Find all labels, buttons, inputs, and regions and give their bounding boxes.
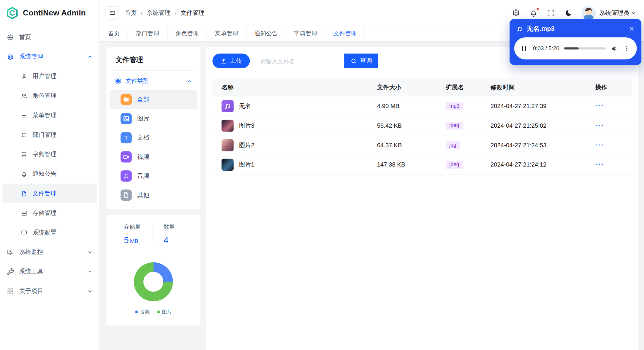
upload-icon bbox=[220, 58, 227, 64]
sidebar-item-home[interactable]: 首页 bbox=[0, 27, 99, 47]
file-size: 147.38 KB bbox=[377, 161, 446, 168]
sidebar-submenu: 用户管理 角色管理 菜单管理 bbox=[0, 66, 99, 242]
user-menu[interactable]: 系统管理员 bbox=[581, 6, 636, 20]
folder-icon bbox=[121, 94, 132, 105]
sidebar-item-role-management[interactable]: 角色管理 bbox=[2, 86, 97, 106]
sidebar-item-label: 字典管理 bbox=[32, 151, 56, 159]
player-menu-button[interactable] bbox=[623, 45, 631, 52]
legend-item-audio[interactable]: 音频 bbox=[135, 308, 150, 316]
player-title: 无名.mp3 bbox=[527, 25, 555, 33]
file-type-label: 音频 bbox=[137, 172, 149, 180]
storage-number: 5 bbox=[124, 235, 129, 245]
file-type-item-videos[interactable]: 视频 bbox=[110, 147, 197, 166]
wrench-icon bbox=[7, 268, 14, 275]
breadcrumb: 首页 / 系统管理 / 文件管理 bbox=[125, 9, 205, 17]
storage-chart: 音频 图片 bbox=[112, 253, 194, 316]
sidebar-item-about-project[interactable]: 关于项目 bbox=[0, 281, 99, 301]
file-type-item-documents[interactable]: 文档 bbox=[110, 128, 197, 147]
pause-button[interactable] bbox=[520, 44, 528, 53]
file-name: 图片3 bbox=[239, 122, 254, 130]
sidebar-item-label: 角色管理 bbox=[32, 92, 56, 100]
row-actions-button[interactable]: ··· bbox=[595, 141, 605, 148]
table-row[interactable]: 图片2 64.37 KB jpg 2024-04-27 21:24:53 ··· bbox=[212, 135, 632, 155]
player-controls: 0:03 / 5:20 bbox=[514, 37, 637, 59]
collapse-sidebar-button[interactable] bbox=[106, 6, 119, 20]
tab-notice[interactable]: 通知公告 bbox=[246, 26, 286, 41]
upload-button[interactable]: 上传 bbox=[212, 54, 250, 68]
avatar-image bbox=[581, 6, 596, 20]
sidebar-item-system-config[interactable]: 系统配置 bbox=[2, 223, 97, 242]
tab-menu-management[interactable]: 菜单管理 bbox=[207, 26, 246, 41]
topbar-actions: 系统管理员 bbox=[512, 6, 637, 20]
row-actions-button[interactable]: ··· bbox=[595, 122, 605, 129]
table-row[interactable]: 图片3 55.42 KB jpeg 2024-04-27 21:25:02 ··… bbox=[212, 116, 632, 136]
player-progress-bar[interactable] bbox=[564, 47, 606, 49]
search-input[interactable] bbox=[255, 54, 344, 68]
sidebar-item-menu-management[interactable]: 菜单管理 bbox=[2, 106, 97, 125]
file-modified-time: 2024-04-27 21:25:02 bbox=[490, 122, 595, 129]
tab-department-management[interactable]: 部门管理 bbox=[128, 26, 167, 41]
tab-file-management[interactable]: 文件管理 bbox=[325, 26, 365, 41]
file-type-item-all[interactable]: 全部 bbox=[110, 90, 197, 109]
search-icon bbox=[350, 58, 357, 64]
sidebar-item-department-management[interactable]: 部门管理 bbox=[2, 125, 97, 145]
sidebar-item-label: 系统监控 bbox=[19, 248, 43, 256]
file-modified-time: 2024-04-27 21:24:12 bbox=[490, 161, 595, 168]
table-row[interactable]: 无名 4.90 MB mp3 2024-04-27 21:27:39 ··· bbox=[212, 96, 632, 116]
sidebar-item-notice[interactable]: 通知公告 bbox=[2, 164, 97, 184]
document-icon bbox=[121, 132, 132, 143]
file-type-item-images[interactable]: 图片 bbox=[110, 109, 197, 128]
legend-label: 图片 bbox=[162, 308, 172, 316]
brand-title: ContiNew Admin bbox=[23, 8, 86, 18]
player-progress-fill bbox=[564, 47, 579, 49]
file-type-item-other[interactable]: 其他 bbox=[110, 185, 197, 204]
sidebar-item-system-monitor[interactable]: 系统监控 bbox=[0, 242, 99, 262]
query-button[interactable]: 查询 bbox=[344, 54, 378, 68]
row-actions-button[interactable]: ··· bbox=[595, 161, 605, 168]
storage-label: 存储量 bbox=[124, 223, 152, 231]
fullscreen-button[interactable] bbox=[546, 9, 555, 17]
sidebar-item-label: 文件管理 bbox=[32, 189, 56, 197]
tab-dictionary-management[interactable]: 字典管理 bbox=[286, 26, 325, 41]
chevron-up-icon bbox=[87, 54, 93, 59]
sidebar-item-system-management[interactable]: 系统管理 bbox=[0, 47, 99, 66]
tab-home[interactable]: 首页 bbox=[100, 26, 128, 41]
notifications-button[interactable] bbox=[529, 9, 538, 17]
notification-dot bbox=[536, 7, 539, 10]
player-header: 无名.mp3 bbox=[514, 24, 637, 37]
row-actions-button[interactable]: ··· bbox=[595, 102, 605, 109]
fullscreen-icon bbox=[546, 9, 555, 17]
upload-button-label: 上传 bbox=[230, 57, 242, 65]
gear-icon bbox=[512, 9, 520, 17]
brand[interactable]: ContiNew Admin bbox=[0, 0, 99, 26]
file-ext-tag: jpeg bbox=[446, 161, 463, 169]
sidebar-item-dictionary-management[interactable]: 字典管理 bbox=[2, 145, 97, 164]
header-time: 修改时间 bbox=[490, 83, 595, 91]
file-icon bbox=[21, 190, 27, 197]
tab-role-management[interactable]: 角色管理 bbox=[167, 26, 207, 41]
header-actions: 操作 bbox=[595, 83, 632, 91]
breadcrumb-item-system-management[interactable]: 系统管理 bbox=[147, 9, 171, 17]
other-file-icon bbox=[121, 189, 132, 201]
file-type-group[interactable]: 文件类型 bbox=[110, 74, 197, 90]
volume-button[interactable] bbox=[610, 44, 618, 53]
sidebar-item-storage-management[interactable]: 存储管理 bbox=[2, 203, 97, 223]
legend-item-images[interactable]: 图片 bbox=[157, 308, 172, 316]
player-close-button[interactable] bbox=[629, 26, 635, 32]
sidebar-item-file-management[interactable]: 文件管理 bbox=[2, 184, 97, 203]
storage-donut bbox=[134, 262, 173, 301]
sidebar-item-user-management[interactable]: 用户管理 bbox=[2, 66, 97, 86]
chevron-up-icon bbox=[187, 78, 192, 84]
file-table: 名称 文件大小 扩展名 修改时间 操作 无名 4.90 MB bbox=[212, 79, 632, 175]
file-name: 无名 bbox=[239, 102, 251, 110]
player-time: 0:03 / 5:20 bbox=[533, 45, 559, 52]
sidebar-item-system-tools[interactable]: 系统工具 bbox=[0, 262, 99, 281]
file-type-label: 全部 bbox=[137, 95, 149, 103]
settings-button[interactable] bbox=[512, 9, 520, 17]
table-row[interactable]: 图片1 147.38 KB jpeg 2024-04-27 21:24:12 ·… bbox=[212, 155, 632, 175]
dark-mode-button[interactable] bbox=[564, 9, 572, 17]
file-type-item-audio[interactable]: 音频 bbox=[110, 166, 197, 185]
brand-logo-icon bbox=[6, 7, 19, 19]
music-note-icon bbox=[516, 26, 523, 32]
breadcrumb-item-home[interactable]: 首页 bbox=[125, 9, 137, 17]
